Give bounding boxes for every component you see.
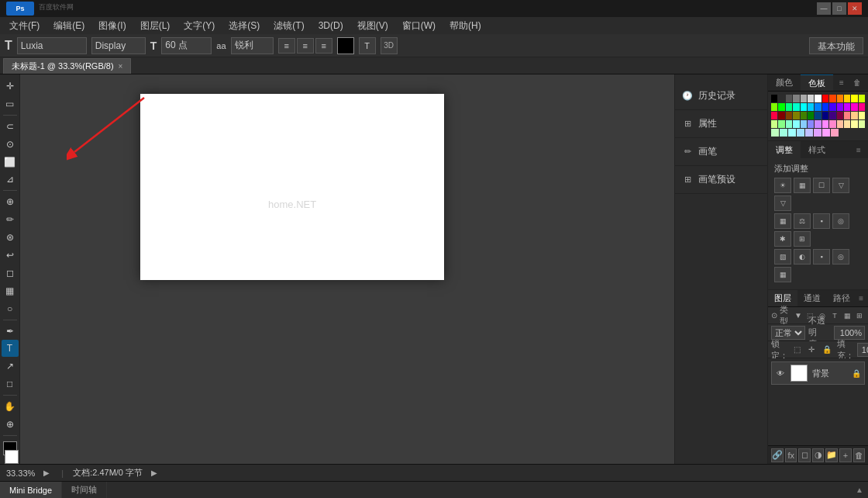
brush-tool-button[interactable]: ✏ — [2, 211, 19, 228]
swatch-red[interactable] — [822, 95, 828, 102]
menu-filter[interactable]: 滤镜(T) — [267, 18, 310, 34]
menu-window[interactable]: 窗口(W) — [396, 18, 442, 34]
filter-text-icon[interactable]: T — [829, 310, 840, 321]
swatch-light-cyan[interactable] — [793, 120, 799, 128]
swatch-crimson[interactable] — [771, 112, 777, 119]
layers-panel-menu-icon[interactable]: ≡ — [857, 293, 865, 303]
menu-layer[interactable]: 图层(L) — [134, 18, 177, 34]
layer-new-button[interactable]: + — [839, 448, 851, 462]
swatch-violet[interactable] — [844, 103, 850, 111]
swatch-orangered[interactable] — [829, 95, 835, 102]
shape-tool-button[interactable]: □ — [2, 375, 19, 393]
filter-smart-icon[interactable]: ⊞ — [854, 310, 865, 321]
filter-shape-icon[interactable]: ▦ — [842, 310, 852, 321]
swatch-purple[interactable] — [837, 103, 843, 111]
swatch-light-lime[interactable] — [771, 120, 777, 128]
layer-folder-button[interactable]: 📁 — [825, 448, 838, 462]
swatch-lavender[interactable] — [815, 120, 821, 128]
basic-function-button[interactable]: 基本功能 — [809, 37, 863, 54]
swatch-lightgray1[interactable] — [801, 95, 807, 102]
doc-tab-close[interactable]: × — [119, 62, 123, 71]
move-tool-button[interactable]: ✛ — [2, 78, 19, 95]
adj-mixer[interactable]: ✱ — [774, 231, 791, 247]
swatch-pale-magenta[interactable] — [822, 129, 830, 137]
swatch-light-red[interactable] — [844, 112, 850, 119]
spot-heal-button[interactable]: ⊕ — [2, 193, 19, 210]
swatch-pale-peach[interactable] — [837, 120, 843, 128]
swatch-dark-teal[interactable] — [815, 112, 821, 119]
gradient-button[interactable]: ▦ — [2, 282, 19, 299]
adj-gradient-map[interactable]: ◎ — [832, 249, 849, 265]
layers-fill-input[interactable] — [857, 343, 868, 357]
path-select-button[interactable]: ↗ — [2, 358, 19, 375]
swatch-pale-yellow3[interactable] — [851, 120, 857, 128]
properties-panel-item[interactable]: ⊞ 属性 — [675, 110, 767, 138]
bottom-tab-minibridge[interactable]: Mini Bridge — [0, 482, 62, 498]
swatch-peach[interactable] — [851, 112, 857, 119]
swatch-pale-lime[interactable] — [859, 120, 865, 128]
menu-image[interactable]: 图像(I) — [92, 18, 132, 34]
layer-row-background[interactable]: 👁 背景 🔒 — [771, 361, 865, 385]
font-style-input[interactable] — [91, 37, 146, 54]
swatch-light-blue[interactable] — [808, 120, 814, 128]
menu-text[interactable]: 文字(Y) — [177, 18, 221, 34]
swatch-dark-green[interactable] — [808, 112, 814, 119]
adj-selective[interactable]: ▦ — [774, 267, 791, 282]
type-tool-button[interactable]: T — [2, 340, 19, 357]
adj-hsl[interactable]: ▦ — [774, 213, 791, 229]
swatch-rose[interactable] — [859, 103, 865, 111]
tab-color[interactable]: 颜色 — [768, 74, 801, 91]
swatch-dark-purple[interactable] — [829, 112, 835, 119]
swatch-sky[interactable] — [808, 103, 814, 111]
rectangular-marquee-button[interactable]: ▭ — [2, 95, 19, 112]
eraser-button[interactable]: ◻ — [2, 265, 19, 282]
adj-curves[interactable]: ▦ — [794, 178, 811, 193]
swatch-mint[interactable] — [786, 120, 792, 128]
swatch-olive[interactable] — [793, 112, 799, 119]
swatch-white[interactable] — [815, 95, 821, 102]
color-panel-trash-icon[interactable]: 🗑 — [851, 77, 863, 89]
swatch-spring[interactable] — [786, 103, 792, 111]
3d-button[interactable]: 3D — [381, 37, 398, 54]
swatch-indigo[interactable] — [829, 103, 835, 111]
swatch-yellow[interactable] — [851, 95, 857, 102]
swatch-pale-violet[interactable] — [814, 129, 822, 137]
lasso-tool-button[interactable]: ⊂ — [2, 118, 19, 135]
color-panel-menu-icon[interactable]: ≡ — [835, 77, 848, 89]
warp-text-button[interactable]: T — [359, 37, 376, 54]
swatch-blue[interactable] — [822, 103, 828, 111]
swatch-lime-yellow[interactable] — [859, 95, 865, 102]
swatch-dark-lime[interactable] — [801, 112, 807, 119]
quick-select-button[interactable]: ⊙ — [2, 136, 19, 153]
swatch-brown[interactable] — [786, 112, 792, 119]
swatch-darkgray1[interactable] — [778, 95, 784, 102]
history-brush-button[interactable]: ↩ — [2, 247, 19, 264]
tab-swatches[interactable]: 色板 — [801, 74, 833, 91]
swatch-pale-mint[interactable] — [780, 129, 787, 137]
swatch-navy[interactable] — [822, 112, 828, 119]
next-nav-button[interactable]: ▶ — [149, 468, 160, 479]
menu-edit[interactable]: 编辑(E) — [47, 18, 91, 34]
tab-adjustments[interactable]: 调整 — [768, 141, 801, 158]
swatch-pale-rose[interactable] — [831, 129, 839, 137]
swatch-light-rose[interactable] — [829, 120, 835, 128]
zoom-fly-out-icon[interactable]: ▶ — [41, 468, 52, 479]
adj-photofilter[interactable]: ◎ — [832, 213, 849, 229]
tab-channels[interactable]: 通道 — [797, 290, 827, 306]
pen-tool-button[interactable]: ✒ — [2, 323, 19, 340]
font-size-input[interactable] — [161, 37, 212, 54]
swatch-light-green[interactable] — [778, 120, 784, 128]
adj-exposure[interactable]: ▽ — [832, 178, 849, 193]
swatch-orange[interactable] — [837, 95, 843, 102]
swatch-black[interactable] — [771, 95, 777, 102]
font-name-input[interactable] — [17, 37, 87, 54]
menu-select[interactable]: 选择(S) — [222, 18, 266, 34]
swatch-midgray[interactable] — [793, 95, 799, 102]
tab-styles[interactable]: 样式 — [801, 141, 833, 158]
menu-view[interactable]: 视图(V) — [351, 18, 394, 34]
swatch-pale-green[interactable] — [771, 129, 779, 137]
layer-visibility-icon[interactable]: 👁 — [775, 368, 786, 379]
adj-panel-icon[interactable]: ≡ — [852, 144, 865, 156]
swatch-pale-blue[interactable] — [805, 129, 813, 137]
swatch-dark-magenta[interactable] — [837, 112, 843, 119]
